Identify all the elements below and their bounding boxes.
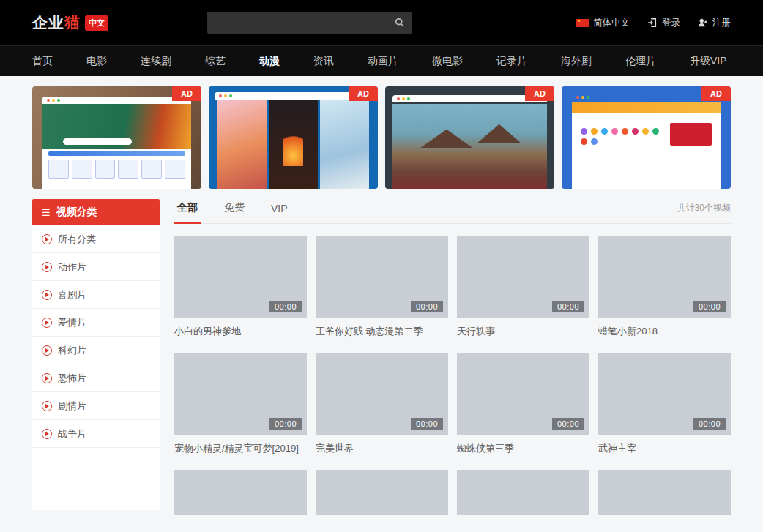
play-circle-icon bbox=[42, 401, 52, 411]
nav-item-movies[interactable]: 电影 bbox=[86, 55, 107, 68]
video-title[interactable]: 蜘蛛侠第三季 bbox=[457, 442, 589, 455]
sidebar-item-all-categories[interactable]: 所有分类 bbox=[32, 225, 160, 253]
nav-item-documentary[interactable]: 记录片 bbox=[496, 55, 527, 68]
ad4-page bbox=[572, 102, 721, 189]
duration-badge: 00:00 bbox=[411, 418, 443, 430]
tab-all[interactable]: 全部 bbox=[174, 201, 201, 223]
search-button[interactable] bbox=[387, 12, 412, 34]
sidebar-item-label: 恐怖片 bbox=[58, 372, 86, 385]
video-title[interactable]: 武神主宰 bbox=[598, 442, 731, 455]
nav-item-anime[interactable]: 动漫 bbox=[259, 55, 280, 68]
sidebar-item-label: 科幻片 bbox=[58, 344, 86, 357]
sidebar-item-drama[interactable]: 剧情片 bbox=[32, 392, 160, 420]
video-card-partial[interactable] bbox=[316, 470, 448, 515]
ad1-tiles bbox=[42, 160, 191, 179]
video-thumbnail: 00:00 bbox=[316, 236, 448, 318]
ad4-app-icons bbox=[581, 128, 663, 145]
nav-item-ethics[interactable]: 伦理片 bbox=[625, 55, 656, 68]
logo-text-red: 猫 bbox=[64, 12, 81, 33]
ad3-game-scene bbox=[392, 104, 547, 189]
sidebar-item-romance[interactable]: 爱情片 bbox=[32, 309, 160, 337]
video-thumbnail bbox=[316, 470, 448, 515]
ad-badge: AD bbox=[172, 86, 201, 101]
nav-item-microfilm[interactable]: 微电影 bbox=[432, 55, 463, 68]
nav-item-upgrade-vip[interactable]: 升级VIP bbox=[690, 55, 727, 68]
ad-banner-1[interactable]: AD bbox=[32, 86, 201, 189]
video-card-partial[interactable] bbox=[174, 470, 307, 515]
tab-free[interactable]: 免费 bbox=[221, 201, 247, 223]
top-header: 企业 猫 中文 简体中文 登录 注册 bbox=[0, 0, 763, 45]
ad-banner-4[interactable]: AD bbox=[562, 86, 731, 189]
duration-badge: 00:00 bbox=[411, 301, 443, 312]
video-thumbnail: 00:00 bbox=[598, 353, 731, 435]
main-area: ☰ 视频分类 所有分类 动作片 喜剧片 爱情片 科幻片 恐怖片 剧 bbox=[0, 189, 763, 515]
video-card[interactable]: 00:00 蜘蛛侠第三季 bbox=[457, 353, 589, 470]
video-title[interactable]: 蜡笔小新2018 bbox=[598, 325, 731, 338]
duration-badge: 00:00 bbox=[552, 301, 584, 312]
video-card[interactable]: 00:00 王爷你好贱 动态漫第二季 bbox=[316, 236, 448, 353]
sidebar-item-comedy[interactable]: 喜剧片 bbox=[32, 281, 160, 309]
sidebar-item-war[interactable]: 战争片 bbox=[32, 420, 160, 448]
nav-item-variety[interactable]: 综艺 bbox=[205, 55, 226, 68]
nav-item-cartoon[interactable]: 动画片 bbox=[368, 55, 398, 68]
search-bar bbox=[207, 12, 412, 34]
language-switch[interactable]: 简体中文 bbox=[576, 17, 630, 29]
video-count: 共计30个视频 bbox=[677, 202, 731, 223]
video-title[interactable]: 小白的男神爹地 bbox=[174, 325, 307, 338]
register-link[interactable]: 注册 bbox=[698, 17, 731, 29]
duration-badge: 00:00 bbox=[269, 301, 302, 312]
site-logo[interactable]: 企业 猫 中文 bbox=[32, 12, 108, 33]
language-label: 简体中文 bbox=[593, 17, 630, 29]
search-input[interactable] bbox=[207, 12, 387, 34]
ad-banner-row: AD AD AD bbox=[0, 76, 763, 189]
sidebar-item-label: 战争片 bbox=[58, 427, 86, 441]
sidebar-item-action[interactable]: 动作片 bbox=[32, 253, 160, 281]
video-grid: 00:00 小白的男神爹地 00:00 王爷你好贱 动态漫第二季 00:00 天… bbox=[174, 236, 731, 515]
video-card[interactable]: 00:00 完美世界 bbox=[316, 353, 448, 470]
list-icon: ☰ bbox=[42, 208, 51, 217]
nav-item-series[interactable]: 连续剧 bbox=[141, 55, 171, 68]
video-thumbnail bbox=[598, 470, 731, 515]
nav-item-overseas[interactable]: 海外剧 bbox=[561, 55, 592, 68]
sidebar-title: 视频分类 bbox=[56, 206, 97, 219]
sidebar-item-scifi[interactable]: 科幻片 bbox=[32, 337, 160, 364]
ad3-titlebar bbox=[392, 95, 547, 102]
ad2-screenshot-3 bbox=[320, 100, 369, 189]
video-card[interactable]: 00:00 天行轶事 bbox=[457, 236, 589, 353]
video-title[interactable]: 宠物小精灵/精灵宝可梦[2019] bbox=[174, 442, 307, 455]
ad-banner-2[interactable]: AD bbox=[209, 86, 378, 189]
category-sidebar: ☰ 视频分类 所有分类 动作片 喜剧片 爱情片 科幻片 恐怖片 剧 bbox=[32, 199, 160, 510]
ad2-screenshot-1 bbox=[217, 100, 267, 189]
video-card[interactable]: 00:00 宠物小精灵/精灵宝可梦[2019] bbox=[174, 353, 307, 470]
video-card[interactable]: 00:00 小白的男神爹地 bbox=[174, 236, 307, 353]
video-card-partial[interactable] bbox=[457, 470, 589, 515]
ad-badge: AD bbox=[525, 86, 554, 101]
sidebar-item-label: 爱情片 bbox=[58, 316, 86, 329]
register-label: 注册 bbox=[712, 17, 731, 29]
login-link[interactable]: 登录 bbox=[647, 17, 680, 29]
sidebar-item-label: 剧情片 bbox=[58, 400, 86, 413]
ad1-browser-window bbox=[42, 97, 191, 189]
video-thumbnail: 00:00 bbox=[457, 236, 589, 318]
sidebar-item-horror[interactable]: 恐怖片 bbox=[32, 364, 160, 392]
search-icon bbox=[395, 18, 405, 28]
login-label: 登录 bbox=[662, 17, 680, 29]
tab-vip[interactable]: VIP bbox=[268, 203, 291, 223]
video-title[interactable]: 天行轶事 bbox=[457, 325, 589, 338]
video-title[interactable]: 完美世界 bbox=[316, 442, 448, 455]
video-thumbnail bbox=[457, 470, 589, 515]
ad4-titlebar bbox=[572, 94, 721, 101]
nav-item-news[interactable]: 资讯 bbox=[313, 55, 334, 68]
video-thumbnail: 00:00 bbox=[457, 353, 589, 435]
video-thumbnail: 00:00 bbox=[598, 236, 731, 318]
duration-badge: 00:00 bbox=[693, 301, 726, 312]
nav-item-home[interactable]: 首页 bbox=[32, 55, 53, 68]
ad-banner-3[interactable]: AD bbox=[385, 86, 554, 189]
duration-badge: 00:00 bbox=[693, 418, 726, 430]
video-card[interactable]: 00:00 武神主宰 bbox=[598, 353, 731, 470]
video-title[interactable]: 王爷你好贱 动态漫第二季 bbox=[316, 325, 448, 338]
video-card-partial[interactable] bbox=[598, 470, 731, 515]
filter-tabs: 全部 免费 VIP 共计30个视频 bbox=[174, 199, 731, 224]
logo-badge: 中文 bbox=[85, 15, 108, 31]
video-card[interactable]: 00:00 蜡笔小新2018 bbox=[598, 236, 731, 353]
